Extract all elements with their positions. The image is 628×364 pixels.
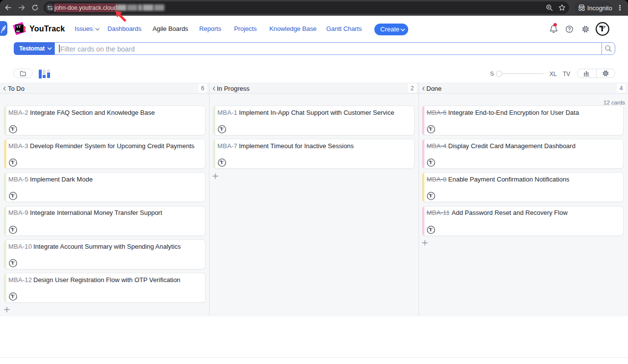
svg-text:YT: YT (16, 25, 21, 29)
